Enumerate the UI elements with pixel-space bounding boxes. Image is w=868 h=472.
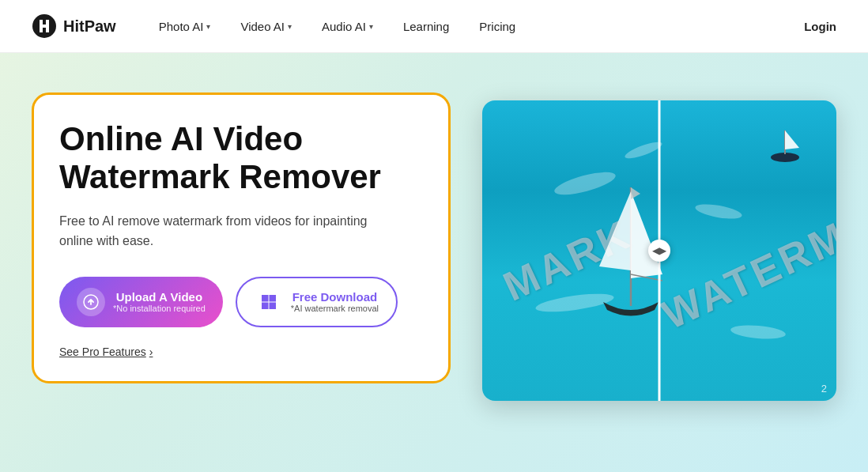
svg-rect-4 xyxy=(262,302,269,309)
small-boat xyxy=(769,124,801,167)
svg-rect-2 xyxy=(262,295,269,302)
hero-title: Online AI Video Watermark Remover xyxy=(59,120,423,197)
nav-items: Photo AI ▾ Video AI ▾ Audio AI ▾ Learnin… xyxy=(148,13,804,40)
handle-icon: ◀▶ xyxy=(652,245,666,256)
hero-subtitle: Free to AI remove watermark from videos … xyxy=(59,211,391,251)
watermark-text-right: WATERM xyxy=(655,212,836,339)
chevron-down-icon: ▾ xyxy=(288,22,292,31)
nav-item-pricing[interactable]: Pricing xyxy=(468,13,526,40)
upload-button-text: Upload A Video *No installation required xyxy=(113,290,206,313)
arrow-icon: › xyxy=(149,346,153,358)
hero-buttons: Upload A Video *No installation required… xyxy=(59,277,423,327)
logo-text: HitPaw xyxy=(63,17,116,36)
image-container: MARK WATERM ◀▶ 2 xyxy=(482,100,836,401)
nav-label-learning: Learning xyxy=(403,20,449,33)
upload-icon xyxy=(77,288,105,316)
ocean-background: MARK WATERM ◀▶ 2 xyxy=(482,100,836,401)
login-button[interactable]: Login xyxy=(804,20,836,33)
windows-icon xyxy=(255,288,283,316)
page-number: 2 xyxy=(821,383,827,395)
nav-item-learning[interactable]: Learning xyxy=(392,13,460,40)
svg-rect-5 xyxy=(269,302,276,309)
nav-label-pricing: Pricing xyxy=(479,20,515,33)
nav-label-audio-ai: Audio AI xyxy=(322,20,366,33)
download-button-text: Free Download *AI watermark removal xyxy=(291,290,379,313)
nav-item-audio-ai[interactable]: Audio AI ▾ xyxy=(311,13,384,40)
upload-video-button[interactable]: Upload A Video *No installation required xyxy=(59,277,223,327)
nav-item-video-ai[interactable]: Video AI ▾ xyxy=(229,13,303,40)
nav-label-photo-ai: Photo AI xyxy=(159,20,204,33)
nav-label-video-ai: Video AI xyxy=(240,20,285,33)
navigation: HitPaw Photo AI ▾ Video AI ▾ Audio AI ▾ … xyxy=(0,0,868,53)
before-after-image-panel: MARK WATERM ◀▶ 2 xyxy=(482,100,836,401)
free-download-button[interactable]: Free Download *AI watermark removal xyxy=(236,277,398,327)
svg-rect-3 xyxy=(269,295,276,302)
logo[interactable]: HitPaw xyxy=(32,13,116,39)
see-pro-features-link[interactable]: See Pro Features › xyxy=(59,346,153,358)
nav-item-photo-ai[interactable]: Photo AI ▾ xyxy=(148,13,222,40)
chevron-down-icon: ▾ xyxy=(206,22,210,31)
hero-card: Online AI Video Watermark Remover Free t… xyxy=(32,93,451,383)
divider-handle[interactable]: ◀▶ xyxy=(648,240,670,262)
chevron-down-icon: ▾ xyxy=(369,22,373,31)
main-content: Online AI Video Watermark Remover Free t… xyxy=(0,53,868,472)
hitpaw-logo-icon xyxy=(32,13,57,39)
